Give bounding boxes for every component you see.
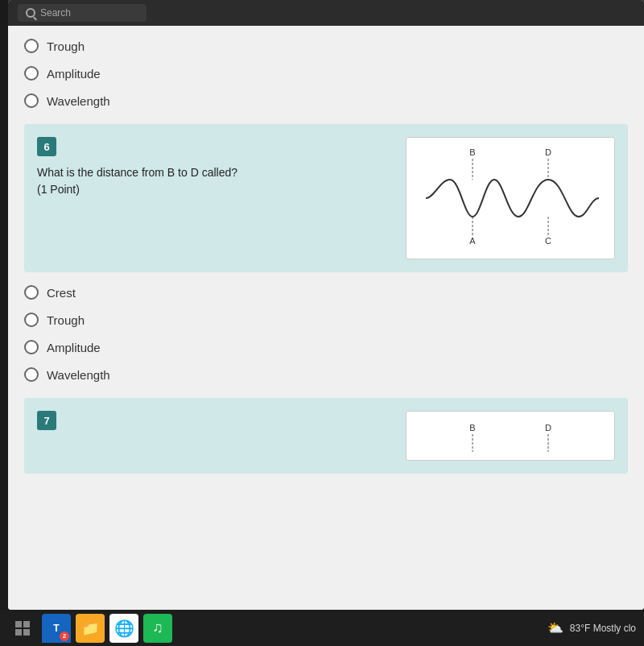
question6-left: 6 What is the distance from B to D calle… [37,137,393,259]
weather-text: 83°F Mostly clo [570,623,636,634]
main-content: Trough Amplitude Wavelength 6 What is th… [8,26,644,610]
option-wavelength-q6[interactable]: Wavelength [24,367,628,382]
question7-left: 7 [37,411,393,461]
question6-text: What is the distance from B to D called?… [37,164,393,198]
radio-wavelength-q6[interactable] [24,367,39,382]
wave-diagram-svg: B D A C [418,146,603,251]
spotify-icon[interactable]: ♫ [143,614,172,643]
label-B: B [469,147,475,157]
question6-block: 6 What is the distance from B to D calle… [24,124,628,272]
label-crest-q6: Crest [47,286,76,300]
file-explorer-icon[interactable]: 📁 [76,614,105,643]
t2-active-indicator [42,641,71,643]
taskbar-right: ⛅ 83°F Mostly clo [547,620,636,636]
label-trough-q5: Trough [47,39,85,53]
weather-cloud-icon: ⛅ [547,620,564,636]
svg-rect-0 [15,621,22,627]
question6-options: Crest Trough Amplitude Wavelength [24,285,628,382]
question5-options: Trough Amplitude Wavelength [24,39,628,108]
svg-rect-3 [23,629,30,636]
option-crest-q6[interactable]: Crest [24,285,628,300]
label-amplitude-q6: Amplitude [47,341,101,354]
label-wavelength-q6: Wavelength [47,368,110,382]
taskbar-left: T 2 📁 🌐 ♫ [8,614,172,643]
windows-start-button[interactable] [8,614,37,643]
wave-path [426,180,599,217]
radio-amplitude-q5[interactable] [24,66,39,81]
label-D7: D [545,423,551,433]
t2-notification-badge: 2 [60,632,69,641]
question7-wave-top: B D [418,420,603,452]
radio-crest-q6[interactable] [24,285,39,300]
question6-number: 6 [37,137,56,156]
svg-rect-2 [15,629,22,636]
label-D: D [545,147,551,157]
option-wavelength-q5[interactable]: Wavelength [24,93,628,108]
radio-amplitude-q6[interactable] [24,340,39,354]
question7-diagram: B D [406,411,615,461]
screen: Search Trough Amplitude Wavelength 6 [8,0,644,610]
label-C: C [545,236,551,246]
t2-app-icon[interactable]: T 2 [42,614,71,643]
windows-logo-icon [14,620,31,636]
question7-number: 7 [37,411,56,430]
taskbar: T 2 📁 🌐 ♫ ⛅ 83°F Mostly clo [0,610,644,646]
svg-rect-1 [23,621,30,627]
search-input-label: Search [40,7,71,19]
question6-diagram: B D A C [406,137,615,259]
option-amplitude-q6[interactable]: Amplitude [24,340,628,354]
label-B7: B [469,423,475,433]
label-trough-q6: Trough [47,313,85,327]
option-trough-q6[interactable]: Trough [24,313,628,327]
label-A: A [469,236,476,246]
option-amplitude-q5[interactable]: Amplitude [24,66,628,81]
radio-trough-q6[interactable] [24,313,39,327]
chrome-browser-icon[interactable]: 🌐 [109,614,138,643]
label-wavelength-q5: Wavelength [47,94,110,108]
top-bar: Search [8,0,644,26]
t2-app-wrap: T 2 [42,614,71,643]
search-bar[interactable]: Search [18,4,147,22]
question7-block: 7 B D [24,398,628,474]
search-icon [26,8,35,18]
label-amplitude-q5: Amplitude [47,67,101,81]
radio-wavelength-q5[interactable] [24,93,39,108]
option-trough-q5[interactable]: Trough [24,39,628,53]
radio-trough-q5[interactable] [24,39,39,53]
